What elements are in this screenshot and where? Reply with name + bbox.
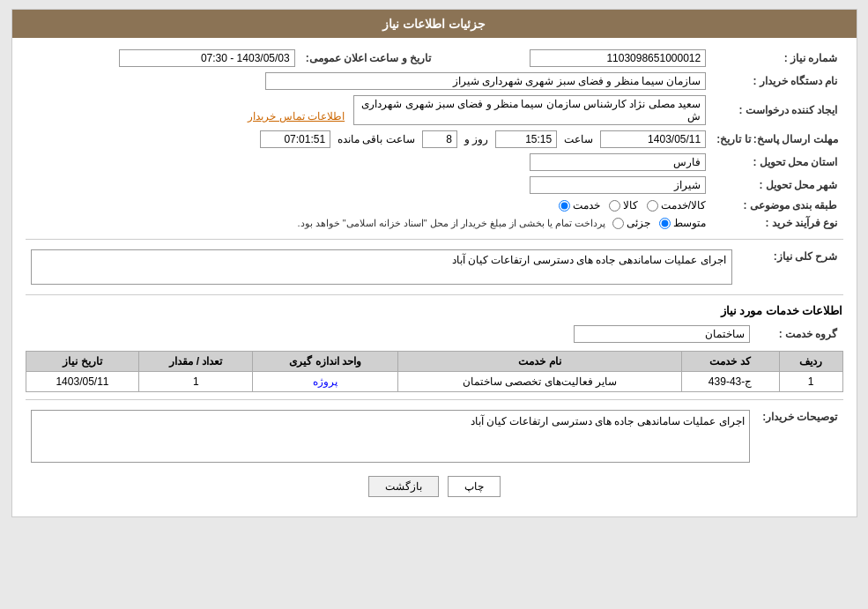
ostan-cell: فارس xyxy=(26,151,712,174)
nam-dastgah-label: نام دستگاه خریدار : xyxy=(711,70,842,93)
chap-button[interactable]: چاپ xyxy=(448,476,501,497)
roz-label: روز و xyxy=(464,133,488,145)
announcement-value: 1403/05/03 - 07:30 xyxy=(26,47,300,70)
table-row: 1ج-43-439سایر فعالیت‌های تخصصی ساختمانپر… xyxy=(26,372,842,392)
farayand-warning: پرداخت تمام یا بخشی از مبلغ خریدار از مح… xyxy=(298,218,606,229)
main-container: جزئیات اطلاعات نیاز شماره نیاز : 1103098… xyxy=(11,9,857,517)
cell-nam: سایر فعالیت‌های تخصصی ساختمان xyxy=(398,372,681,392)
tabaqe-label: طبقه بندی موضوعی : xyxy=(711,197,842,214)
shomare-niaz-box: 1103098651000012 xyxy=(530,49,706,67)
cell-radif: 1 xyxy=(779,372,842,392)
sharh-koli-box: اجرای عملیات ساماندهی جاده های دسترسی ار… xyxy=(31,249,732,285)
baghimandeh-label: ساعت باقی مانده xyxy=(338,133,415,145)
shomare-niaz-label: شماره نیاز : xyxy=(711,47,842,70)
radio-kala-khidmat[interactable] xyxy=(647,200,658,212)
sharh-koli-cell: اجرای عملیات ساماندهی جاده های دسترسی ار… xyxy=(26,247,738,287)
radio-khidmat[interactable] xyxy=(559,200,570,212)
farayand-radio-group: متوسط جزئی xyxy=(612,217,706,229)
radio-kala-label: کالا xyxy=(623,199,638,212)
divider2 xyxy=(26,294,843,295)
sharh-koli-label: شرح کلی نیاز: xyxy=(738,247,843,287)
section2-title: اطلاعات خدمات مورد نیاز xyxy=(26,304,843,317)
cell-tarikh: 1403/05/11 xyxy=(26,372,139,392)
tosih-cell: اجرای عملیات ساماندهی جاده های دسترسی ار… xyxy=(26,407,755,465)
radio-mootavased[interactable] xyxy=(659,218,671,229)
page-title: جزئیات اطلاعات نیاز xyxy=(382,17,486,31)
th-tedad: تعداد / مقدار xyxy=(139,352,253,372)
shahr-box: شیراز xyxy=(530,176,706,194)
shomare-niaz-value: 1103098651000012 xyxy=(436,47,711,70)
radio-khidmat-label: خدمت xyxy=(573,199,600,212)
mohlat-row: 1403/05/11 ساعت 15:15 روز و 8 ساعت باقی … xyxy=(31,130,707,148)
page-header: جزئیات اطلاعات نیاز xyxy=(12,10,857,38)
tamas-kharidaar-link[interactable]: اطلاعات تماس خریدار xyxy=(248,110,345,123)
noe-farayand-label: نوع فرآیند خرید : xyxy=(711,214,842,232)
bazgasht-button[interactable]: بازگشت xyxy=(368,476,439,497)
ostan-label: استان محل تحویل : xyxy=(711,151,842,174)
th-nam: نام خدمت xyxy=(398,352,681,372)
farayand-row: متوسط جزئی پرداخت تمام یا بخشی از مبلغ خ… xyxy=(31,217,707,229)
radio-mootavased-item: متوسط xyxy=(659,217,706,229)
radio-kala[interactable] xyxy=(609,200,620,212)
th-tarikh: تاریخ نیاز xyxy=(26,352,139,372)
gorohe-khidmat-table: گروه خدمت : ساختمان xyxy=(26,323,843,345)
ijad-konande-label: ایجاد کننده درخواست : xyxy=(711,93,842,128)
radio-jazzi-item: جزئی xyxy=(612,217,650,229)
tabaqe-cell: کالا/خدمت کالا خدمت xyxy=(26,197,712,214)
cell-kod: ج-43-439 xyxy=(681,372,779,392)
radio-mootavased-label: متوسط xyxy=(673,217,706,229)
th-radif: ردیف xyxy=(779,352,842,372)
saat-box: 15:15 xyxy=(495,130,557,148)
announcement-label: تاریخ و ساعت اعلان عمومی: xyxy=(300,47,436,70)
divider3 xyxy=(26,399,843,400)
cell-vahed: پروژه xyxy=(253,372,398,392)
info-table: شماره نیاز : 1103098651000012 تاریخ و سا… xyxy=(26,47,843,232)
tarikh-box: 1403/05/11 xyxy=(600,130,706,148)
roz-box: 8 xyxy=(422,130,457,148)
tosih-box: اجرای عملیات ساماندهی جاده های دسترسی ار… xyxy=(31,410,750,463)
nam-dastgah-box: سازمان سیما منظر و فضای سبز شهری شهرداری… xyxy=(265,72,706,90)
tosih-table: توصیحات خریدار: اجرای عملیات ساماندهی جا… xyxy=(26,407,843,465)
th-kod: کد خدمت xyxy=(681,352,779,372)
divider1 xyxy=(26,239,843,240)
cell-tedad: 1 xyxy=(139,372,253,392)
shahr-cell: شیراز xyxy=(26,174,712,197)
radio-jazzi-label: جزئی xyxy=(627,217,650,229)
radio-khidmat-item: خدمت xyxy=(559,199,600,212)
gorohe-khidmat-label: گروه خدمت : xyxy=(755,323,843,345)
noe-farayand-cell: متوسط جزئی پرداخت تمام یا بخشی از مبلغ خ… xyxy=(26,214,712,232)
radio-jazzi[interactable] xyxy=(612,218,624,229)
tabaqe-radio-group: کالا/خدمت کالا خدمت xyxy=(31,199,707,212)
gorohe-khidmat-box: ساختمان xyxy=(574,325,750,343)
mohlat-label: مهلت ارسال پاسخ: تا تاریخ: xyxy=(711,128,842,151)
radio-kala-khidmat-label: کالا/خدمت xyxy=(661,199,706,212)
services-table: ردیف کد خدمت نام خدمت واحد اندازه گیری ت… xyxy=(26,351,843,392)
gorohe-khidmat-cell: ساختمان xyxy=(26,323,755,345)
radio-kala-item: کالا xyxy=(609,199,638,212)
radio-kala-khidmat-item: کالا/خدمت xyxy=(647,199,706,212)
announcement-box: 1403/05/03 - 07:30 xyxy=(119,49,295,67)
tosih-label: توصیحات خریدار: xyxy=(755,407,843,465)
mohlat-cell: 1403/05/11 ساعت 15:15 روز و 8 ساعت باقی … xyxy=(26,128,712,151)
button-row: چاپ بازگشت xyxy=(26,476,843,497)
baghimandeh-box: 07:01:51 xyxy=(260,130,330,148)
ijad-konande-cell: سعید مصلی نژاد کارشناس سازمان سیما منظر … xyxy=(26,93,712,128)
sharh-koli-table: شرح کلی نیاز: اجرای عملیات ساماندهی جاده… xyxy=(26,247,843,287)
saat-label: ساعت xyxy=(564,133,593,145)
content-area: شماره نیاز : 1103098651000012 تاریخ و سا… xyxy=(12,38,857,516)
shahr-label: شهر محل تحویل : xyxy=(711,174,842,197)
nam-dastgah-cell: سازمان سیما منظر و فضای سبز شهری شهرداری… xyxy=(26,70,712,93)
th-vahed: واحد اندازه گیری xyxy=(253,352,398,372)
ijad-konande-box: سعید مصلی نژاد کارشناس سازمان سیما منظر … xyxy=(353,95,706,125)
ostan-box: فارس xyxy=(530,153,706,171)
